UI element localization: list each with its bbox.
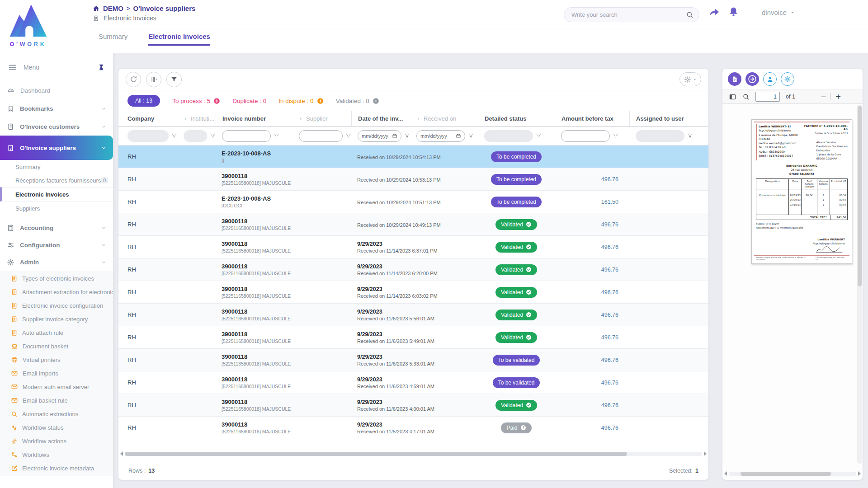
zoom-in-button[interactable]: + — [835, 92, 841, 101]
sidebar-item-virtual-printers[interactable]: Virtual printers — [0, 353, 113, 366]
table-row[interactable]: RH39000118[52251165800018] MAJUSCULE9/29… — [118, 417, 708, 439]
funnel-icon[interactable] — [404, 133, 410, 139]
page-number-input[interactable] — [755, 92, 780, 102]
filter-input-supplier[interactable] — [299, 130, 343, 142]
column-header-invoice-number[interactable]: Invoice number — [216, 111, 292, 126]
sidebar-item-email-imports[interactable]: Email imports — [0, 366, 113, 380]
assign-user-button[interactable] — [763, 72, 777, 86]
plus-circle-icon[interactable] — [373, 98, 379, 104]
funnel-icon[interactable] — [210, 133, 216, 139]
pdf-hscroll-track[interactable] — [729, 472, 856, 476]
hourglass-icon[interactable] — [98, 64, 105, 71]
sidebar-item-dashboard[interactable]: Dashboard — [0, 81, 113, 99]
funnel-icon[interactable] — [536, 133, 542, 139]
filter-input-amount-before-tax[interactable] — [561, 130, 610, 142]
share-icon[interactable] — [708, 7, 720, 19]
pdf-vscroll-thumb[interactable] — [858, 106, 862, 286]
sidebar-item-types-of-electronic-invoices[interactable]: Types of electronic invoices — [0, 272, 113, 285]
chip-all-13[interactable]: All : 13 — [127, 95, 160, 107]
pdf-scroll-right-arrow[interactable] — [858, 471, 861, 476]
chip-validated-8[interactable]: Validated : 8 — [336, 98, 379, 104]
pdf-download-button[interactable] — [728, 72, 741, 86]
table-row[interactable]: RH39000118[52251165800018] MAJUSCULE9/29… — [118, 304, 708, 326]
chip-to-process-5[interactable]: To process : 5 — [172, 98, 220, 104]
preview-settings-button[interactable] — [781, 72, 794, 86]
sidebar-subitem-r-ceptions-factures-fournisseurs[interactable]: Réceptions factures fournisseurs0 — [0, 174, 113, 187]
table-row[interactable]: RH39000118[52251165800018] MAJUSCULE9/29… — [118, 349, 708, 371]
funnel-icon[interactable] — [274, 133, 279, 139]
filter-button[interactable] — [166, 72, 182, 87]
sidebar-item-o-invoice-suppliers[interactable]: O'Invoice suppliers — [0, 136, 113, 160]
table-row[interactable]: RH39000118[52251165800018] MAJUSCULE9/29… — [118, 394, 708, 417]
table-row[interactable]: RH39000118[52251165800018] MAJUSCULE9/29… — [118, 236, 708, 258]
sidebar-item-document-basket[interactable]: Document basket — [0, 339, 113, 353]
search-icon[interactable] — [686, 11, 693, 19]
funnel-icon[interactable] — [171, 133, 177, 139]
table-row[interactable]: RH39000118[52251165800018] MAJUSCULERece… — [118, 168, 708, 191]
column-header-detailed-status[interactable]: Detailed status — [478, 111, 555, 126]
search-input[interactable] — [571, 11, 686, 18]
sidebar-item-bookmarks[interactable]: Bookmarks — [0, 99, 113, 117]
table-row[interactable]: RH39000118[52251165800018] MAJUSCULE9/29… — [118, 258, 708, 281]
pdf-viewport[interactable]: Laetitia WERNERT- EIPsychologue clinicie… — [722, 104, 863, 480]
find-icon[interactable] — [742, 93, 750, 100]
tab-summary[interactable]: Summary — [99, 33, 127, 46]
sidebar-item-accounting[interactable]: Accounting — [0, 219, 113, 236]
column-header-received-on[interactable]: Received on — [410, 111, 478, 126]
chip-duplicate-0[interactable]: Duplicate : 0 — [232, 98, 266, 104]
funnel-icon[interactable] — [687, 133, 693, 139]
filter-input-invoice-number[interactable] — [222, 130, 271, 142]
scroll-right-arrow[interactable] — [704, 451, 707, 456]
tab-electronic-invoices[interactable]: Electronic Invoices — [148, 33, 210, 46]
sidebar-item-o-invoice-customers[interactable]: O'Invoice customers — [0, 117, 113, 136]
sidebar-toggle-icon[interactable] — [729, 93, 736, 101]
column-header-amount-before-tax[interactable]: Amount before tax — [555, 111, 629, 126]
sidebar-subitem-summary[interactable]: Summary — [0, 160, 113, 174]
bell-icon[interactable] — [728, 6, 739, 18]
table-settings-button[interactable] — [679, 72, 701, 86]
table-row[interactable]: RH39000118[52251165800018] MAJUSCULE9/29… — [118, 371, 708, 394]
column-header-assigned-to-user[interactable]: Assigned to user — [629, 111, 708, 126]
plus-circle-icon[interactable] — [213, 98, 220, 104]
filter-input-date-of-the-inv[interactable]: mm/dd/yyyy — [358, 130, 401, 142]
refresh-button[interactable] — [126, 72, 141, 87]
column-header-company[interactable]: Company — [118, 111, 177, 126]
funnel-icon[interactable] — [468, 133, 474, 139]
sidebar-item-electronic-invoice-configuration[interactable]: Electronic invoice configuration — [0, 299, 113, 312]
column-header-supplier[interactable]: Supplier — [292, 111, 351, 126]
sidebar-item-email-basket-rule[interactable]: Email basket rule — [0, 394, 113, 407]
sidebar-subitem-suppliers[interactable]: Suppliers — [0, 202, 113, 215]
user-menu[interactable]: dinvoice — [762, 9, 795, 16]
scroll-left-arrow[interactable] — [120, 451, 123, 456]
pdf-hscroll-thumb[interactable] — [741, 472, 831, 476]
sidebar-item-workflow-status[interactable]: Workflow status — [0, 421, 113, 434]
scrollbar-thumb[interactable] — [125, 452, 627, 456]
sidebar-subitem-electronic-invoices[interactable]: Electronic Invoices — [0, 187, 113, 202]
hamburger-icon[interactable] — [8, 63, 17, 72]
sidebar-item-electronic-invoice-metadata[interactable]: Electronic invoice metadata — [0, 461, 113, 475]
open-document-button[interactable] — [745, 72, 759, 86]
scrollbar-track[interactable] — [125, 452, 702, 456]
table-row[interactable]: RH39000118[52251165800018] MAJUSCULE9/29… — [118, 281, 708, 304]
plus-circle-icon[interactable] — [317, 98, 324, 104]
sidebar-item-workflow-actions[interactable]: Workflow actions — [0, 434, 113, 448]
funnel-icon[interactable] — [613, 133, 618, 139]
sidebar-item-admin[interactable]: Admin — [0, 253, 113, 271]
table-row[interactable]: RHE-2023-10-008-AS[OCI] OCIReceived on 1… — [118, 191, 708, 213]
sidebar-item-attachment-extraction-for-electronic-invoices[interactable]: Attachment extraction for electronic inv… — [0, 285, 113, 299]
table-row[interactable]: RH39000118[52251165800018] MAJUSCULE9/29… — [118, 326, 708, 349]
column-header-date-of-the-inv[interactable]: Date of the inv... — [351, 111, 410, 126]
filter-input-received-on[interactable]: mm/dd/yyyy — [416, 130, 465, 142]
table-row[interactable]: RH39000118[52251165800018] MAJUSCULERece… — [118, 213, 708, 236]
sidebar-item-auto-attach-rule[interactable]: Auto attach rule — [0, 326, 113, 339]
chip-in-dispute-0[interactable]: In dispute : 0 — [278, 98, 323, 104]
sidebar-item-automatic-extractions[interactable]: Automatic extractions — [0, 407, 113, 421]
sidebar-item-modern-auth-email-server[interactable]: Modern auth email server — [0, 380, 113, 394]
breadcrumb-home[interactable]: DEMO — [103, 5, 123, 12]
table-row[interactable]: RHE-2023-10-008-AS[]Received on 10/29/20… — [118, 145, 708, 168]
column-header-instituti[interactable]: Instituti... — [177, 111, 216, 126]
pdf-scroll-left-arrow[interactable] — [724, 471, 727, 476]
sidebar-item-supplier-invoice-category[interactable]: Supplier invoice category — [0, 312, 113, 326]
zoom-out-button[interactable]: − — [821, 92, 826, 101]
funnel-icon[interactable] — [345, 133, 351, 139]
